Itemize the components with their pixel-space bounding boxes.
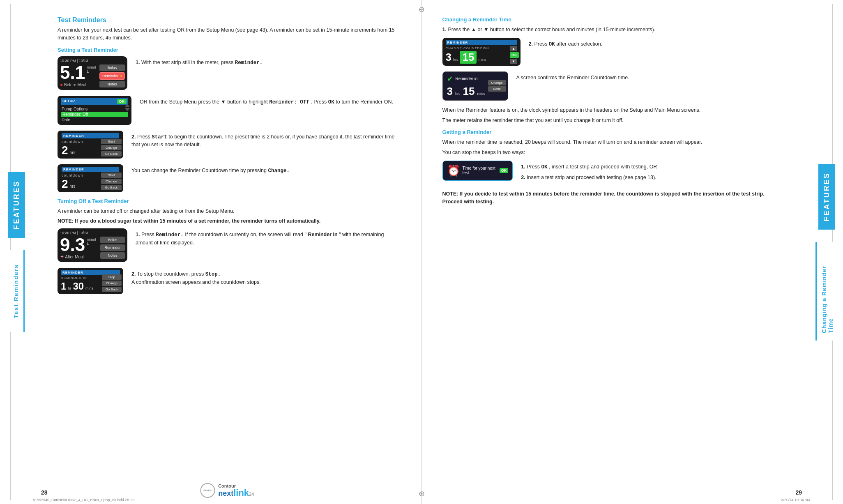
stop-way1-code: OK <box>541 164 548 170</box>
next-test-screen: ⏰ Time for your next test. OK <box>442 161 513 181</box>
getting-text: When the reminder time is reached, 20 be… <box>442 138 786 146</box>
page-number-right: 29 <box>795 489 802 496</box>
turnoff-step2-instruction: 2. To stop the countdown, press Stop. A … <box>131 268 401 289</box>
turnoff-step1-row: 10:30 PM | 10/13 9.3 mmol L ✦ After Meal <box>58 228 401 262</box>
stop-screen: REMINDER REMINDER IN 1 hr 30 mins Stop C… <box>58 268 123 294</box>
stop-mins: 30 <box>73 281 84 292</box>
change-instruction: You can change the Reminder Countdown ti… <box>131 164 401 177</box>
countdown-row-2: REMINDER countdown 2 hrs Start Change Go… <box>58 164 401 192</box>
confirm-done-btn[interactable]: Done <box>488 86 506 92</box>
meter-buttons-2: Bolus Reminder Notes <box>100 237 125 259</box>
sub-heading-changing: Changing a Reminder Time <box>442 16 786 23</box>
meter2-notes-btn[interactable]: Notes <box>100 252 125 259</box>
meter-time-1: 10:30 PM | 10/13 <box>60 59 88 63</box>
scroll-down-arrow <box>125 108 130 111</box>
change-down-btn[interactable]: ▼ <box>510 59 517 64</box>
change-code: Change. <box>268 168 290 174</box>
retains-text: The meter retains the reminder time that… <box>442 117 786 124</box>
meter2-bolus-btn[interactable]: Bolus <box>100 237 125 243</box>
countdown2-goback-btn[interactable]: Go Back <box>101 185 122 190</box>
turnoff-code-1: Reminder. <box>156 232 184 238</box>
clock-icon: ⏰ <box>447 164 460 177</box>
confirm-check-icon: ✔ <box>447 74 453 83</box>
stop-ways-instruction: 1. Press OK , insert a test strip and pr… <box>521 161 785 184</box>
logo-next: next <box>218 490 233 497</box>
countdown2-start-btn[interactable]: Start <box>101 173 122 178</box>
confirm-change-btn[interactable]: Change <box>488 80 506 85</box>
logo-circle: BAYER <box>200 483 215 498</box>
sub-heading-setting: Setting a Test Reminder <box>58 47 401 53</box>
stop-goback-btn[interactable]: Go Back <box>102 287 122 292</box>
stop-btn[interactable]: Stop <box>102 274 122 280</box>
turnoff-step1-instruction: 1. Press Reminder. If the countdown is c… <box>136 228 401 249</box>
next-test-row: ⏰ Time for your next test. OK 1. Press O… <box>442 161 786 184</box>
sub-heading-getting: Getting a Reminder <box>442 129 786 135</box>
turnoff-highlight: Reminder In <box>308 232 337 237</box>
footer-ref: 81552940_CntrNextLINK2_4_UG_ENca_FpBp_v0… <box>33 498 134 502</box>
setup-screen: SETUP OK Pump Options Reminder: Off Date <box>58 96 131 125</box>
ok-badge: OK <box>117 99 127 104</box>
meter-unit-bot-2: L <box>87 242 96 246</box>
setup-code-2: OK <box>328 99 334 105</box>
meter-unit-top-2: mmol <box>87 237 96 242</box>
confirm-label: Reminder in: <box>456 76 479 81</box>
right-changing-tab: Changing a Reminder Time <box>815 242 838 341</box>
meter-unit-top-1: mmol <box>87 65 96 69</box>
stop-hrs-unit: hr <box>68 286 71 290</box>
scroll-up-arrow <box>125 104 130 107</box>
setup-row: SETUP OK Pump Options Reminder: Off Date… <box>58 96 401 125</box>
meter-notes-btn[interactable]: Notes <box>99 81 125 87</box>
confirm-screen: ✔ Reminder in: 3 hrs 15 mins Change Done <box>442 71 508 101</box>
scroll-arrows <box>125 104 130 111</box>
reminder-header-2: REMINDER <box>62 167 119 172</box>
reminder-unit-1: hrs <box>70 150 76 155</box>
setup-item-3: Date <box>61 117 128 122</box>
next-test-ok[interactable]: OK <box>500 168 509 173</box>
left-features-tab: FEATURES <box>8 172 25 238</box>
change-mins: 15 <box>460 51 477 64</box>
main-content: Test Reminders A reminder for your next … <box>33 0 810 504</box>
stop-mins-unit: mins <box>85 286 93 290</box>
next-test-text2: test. <box>463 170 495 175</box>
change-ok-btn[interactable]: OK <box>510 52 519 58</box>
section-title: Test Reminders <box>58 16 401 24</box>
stop-change-btn[interactable]: Change <box>102 281 122 286</box>
change-up-btn[interactable]: ▲ <box>510 46 517 51</box>
reminder-buttons-1: Start Change Go Back <box>101 139 122 156</box>
reminder-value-1: 2 <box>62 145 68 156</box>
reminder-start-btn[interactable]: Start <box>101 139 122 144</box>
confirm-text: A screen confirms the Reminder Countdown… <box>516 74 786 82</box>
meter2-reminder-btn[interactable]: Reminder <box>100 244 125 251</box>
setup-instruction: OR from the Setup Menu press the ▼ butto… <box>140 96 401 109</box>
right-step2-code: OK <box>549 41 555 47</box>
meter-bolus-btn[interactable]: Bolus <box>99 64 125 71</box>
turnoff-step2-row: REMINDER REMINDER IN 1 hr 30 mins Stop C… <box>58 268 401 294</box>
reminder-header-1: REMINDER <box>62 133 119 138</box>
confirm-hrs: 3 <box>447 85 453 98</box>
turnoff-intro: A reminder can be turned off or changed … <box>58 207 401 215</box>
left-test-reminders-tab: Test Reminders <box>9 250 25 332</box>
confirm-mins-unit: mins <box>477 92 485 96</box>
countdown2-change-btn[interactable]: Change <box>101 179 122 184</box>
step1-instruction: 1. With the test strip still in the mete… <box>136 56 401 69</box>
left-sidebar: FEATURES Test Reminders <box>0 0 33 504</box>
left-page: Test Reminders A reminder for your next … <box>33 0 422 504</box>
page-container: ⊕ FEATURES Test Reminders FEATURES Chang… <box>0 0 843 504</box>
reminder-change-btn[interactable]: Change <box>101 145 122 150</box>
confirm-hrs-unit: hrs <box>455 92 461 96</box>
meter-number-1: 5.1 <box>60 64 85 82</box>
confirm-instruction: A screen confirms the Reminder Countdown… <box>516 71 786 84</box>
turnoff-code-2: Stop. <box>205 272 221 277</box>
setup-item-1: Pump Options <box>61 106 128 112</box>
meter-reminder-btn[interactable]: Reminder ◀ <box>99 72 125 80</box>
on-text: When the Reminder feature is on, the clo… <box>442 106 786 114</box>
confirm-row: ✔ Reminder in: 3 hrs 15 mins Change Done <box>442 71 786 101</box>
countdown-row-1: REMINDER countdown 2 hrs Start Change Go… <box>58 131 401 159</box>
stop-hrs: 1 <box>61 281 66 292</box>
footer-date: 3/20/14 10:04 AM <box>781 498 810 502</box>
meter-screen-1: 10:30 PM | 10/13 5.1 mmol L ● Before Mea… <box>58 56 127 90</box>
stop-side-buttons: Stop Change Go Back <box>102 274 122 292</box>
change-arrows: ▲ OK ▼ <box>510 46 519 64</box>
next-test-text1: Time for your next <box>463 166 495 170</box>
reminder-goback-btn[interactable]: Go Back <box>101 151 122 156</box>
